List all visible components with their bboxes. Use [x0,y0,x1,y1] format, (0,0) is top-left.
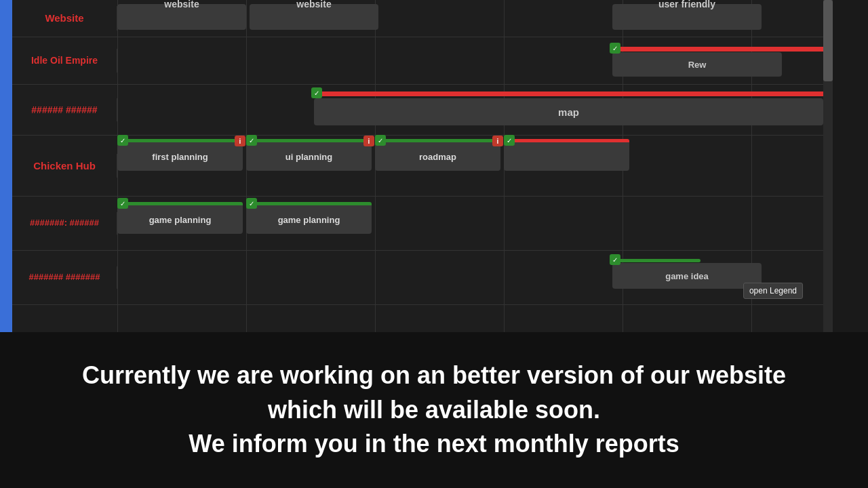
row-hash3: ####### ####### ✓ game idea open Legend [12,251,823,305]
label-roadmap: roadmap [419,152,456,162]
info-first-planning: i [235,136,245,146]
row-content-idle: ✓ Rew [117,37,823,84]
check-game-1: ✓ [117,198,128,209]
row-content-hash3: ✓ game idea open Legend [117,251,823,304]
row-content-chicken: ✓ first planning i ✓ ui planning i ✓ [117,136,823,196]
idle-bar-label: Rew [688,60,707,70]
row-label-chicken: Chicken Hub [12,154,117,178]
hash1-bg-bar[interactable]: map [314,98,823,125]
hash1-bar-label: map [558,106,579,118]
check-hash1: ✓ [311,87,322,98]
row-label-hash1: ###### ###### [12,98,117,121]
bar-game-planning-1[interactable]: ✓ game planning [117,202,243,205]
idle-red-bar [612,47,823,52]
gantt-chart: Website website website user friendly Id… [12,0,833,332]
check-idle: ✓ [610,43,620,54]
open-legend-button[interactable]: open Legend [743,283,803,299]
check-chicken-4: ✓ [504,135,515,146]
label-game-1: game planning [149,215,212,225]
label-ui-planning: ui planning [285,152,332,162]
info-ui-planning: i [363,136,374,146]
row-chicken: Chicken Hub ✓ first planning i ✓ ui plan… [12,136,823,197]
row-idle: Idle Oil Empire ✓ Rew [12,37,823,85]
bottom-text-content: Currently we are working on an better ve… [81,359,787,461]
row-content-website: website website user friendly [117,0,823,37]
bar-game-planning-2[interactable]: ✓ game planning [246,202,372,205]
check-roadmap: ✓ [375,135,386,146]
row-hash2: #######: ###### ✓ game planning ✓ game p… [12,197,823,251]
info-roadmap: i [492,136,503,146]
check-first-planning: ✓ [117,135,128,146]
row-hash1: ###### ###### ✓ map [12,85,823,136]
bar-ui-planning[interactable]: ✓ ui planning i [246,139,372,171]
row-label-hash3: ####### ####### [12,266,117,289]
row-website: Website website website user friendly [12,0,823,37]
row-content-hash2: ✓ game planning ✓ game planning [117,197,823,250]
row-label-website: Website [12,6,117,30]
scrollbar-thumb[interactable] [823,0,833,81]
row-label-idle: Idle Oil Empire [12,49,117,72]
label-first-planning: first planning [152,152,208,162]
label-game-idea: game idea [665,271,709,281]
bar-first-planning[interactable]: ✓ first planning i [117,139,243,171]
check-hash3: ✓ [610,254,620,265]
hash3-green-bar [612,259,701,262]
scrollbar[interactable] [823,0,833,332]
bar-game-idea[interactable]: game idea [612,263,762,289]
row-content-hash1: ✓ map [117,85,823,135]
bar-roadmap[interactable]: ✓ roadmap i [375,139,500,171]
check-game-2: ✓ [246,198,257,209]
label-game-2: game planning [278,215,340,225]
idle-bg-bar[interactable]: Rew [612,52,782,77]
bar-chicken-4[interactable]: ✓ [504,139,629,171]
bottom-text-area: Currently we are working on an better ve… [0,332,868,488]
hash1-red-bar [314,92,823,96]
check-ui-planning: ✓ [246,135,257,146]
row-label-hash2: #######: ###### [12,212,117,235]
sidebar-accent [0,0,12,332]
